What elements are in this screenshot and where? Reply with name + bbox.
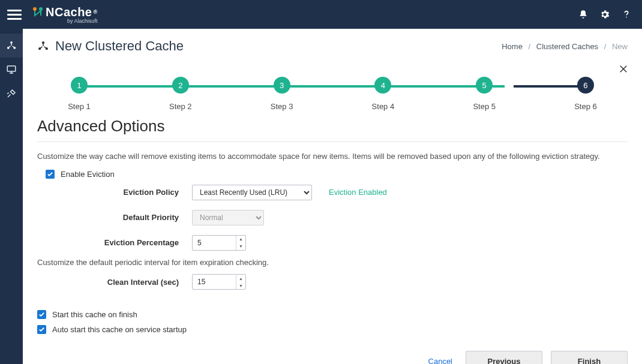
- svg-point-3: [10, 41, 13, 44]
- eviction-description: Customize the way cache will remove exis…: [37, 151, 628, 163]
- sidebar: [0, 29, 23, 364]
- section-title: Advanced Options: [37, 117, 628, 136]
- auto-start-checkbox[interactable]: [37, 325, 46, 334]
- help-icon[interactable]: [618, 6, 635, 23]
- wizard-footer: Cancel Previous Finish: [37, 340, 628, 364]
- sidebar-item-tools[interactable]: [0, 82, 23, 106]
- eviction-policy-select[interactable]: Least Recently Used (LRU): [192, 185, 312, 200]
- breadcrumb-current: New: [612, 42, 628, 51]
- svg-rect-6: [7, 66, 16, 71]
- sidebar-item-caches[interactable]: [0, 34, 23, 58]
- divider: [37, 142, 628, 142]
- notifications-icon[interactable]: [575, 6, 592, 23]
- page-title: New Clustered Cache: [37, 38, 184, 54]
- breadcrumb-home[interactable]: Home: [502, 42, 523, 51]
- cluster-icon: [37, 40, 49, 52]
- step-3[interactable]: 3Step 3: [264, 77, 300, 111]
- enable-eviction-checkbox[interactable]: [46, 170, 55, 179]
- eviction-policy-label: Eviction Policy: [61, 188, 181, 197]
- step-1[interactable]: 1Step 1: [61, 77, 97, 111]
- breadcrumb: Home / Clustered Caches / New: [502, 42, 628, 51]
- topbar: NCache ® by Alachisoft: [0, 0, 642, 29]
- step-4[interactable]: 4Step 4: [365, 77, 401, 111]
- registered-mark: ®: [93, 9, 97, 15]
- enable-eviction-label: Enable Eviction: [61, 170, 115, 179]
- previous-button[interactable]: Previous: [466, 351, 542, 364]
- enable-eviction-row: Enable Eviction: [46, 170, 628, 179]
- cancel-link[interactable]: Cancel: [428, 357, 452, 365]
- eviction-percentage-spinner[interactable]: ▲▼: [236, 236, 245, 250]
- svg-point-2: [626, 17, 627, 18]
- step-5[interactable]: 5Step 5: [466, 77, 502, 111]
- close-button[interactable]: [618, 64, 629, 77]
- auto-start-row: Auto start this cache on service startup: [37, 325, 628, 334]
- settings-icon[interactable]: [596, 6, 613, 23]
- brand-name: NCache: [46, 5, 92, 19]
- eviction-status-text: Eviction Enabled: [329, 188, 628, 197]
- eviction-percentage-label: Eviction Percentage: [61, 238, 181, 247]
- wizard-stepper: 1Step 1 2Step 2 3Step 3 4Step 4 5Step 5 …: [61, 77, 604, 111]
- clean-interval-spinner[interactable]: ▲▼: [236, 275, 245, 289]
- page-title-text: New Clustered Cache: [55, 38, 184, 54]
- clean-interval-label: Clean Interval (sec): [61, 278, 181, 287]
- menu-toggle-button[interactable]: [7, 7, 22, 22]
- auto-start-label: Auto start this cache on service startup: [52, 325, 187, 334]
- brand-byline: by Alachisoft: [32, 18, 98, 24]
- breadcrumb-clustered[interactable]: Clustered Caches: [536, 42, 598, 51]
- default-priority-select[interactable]: Normal: [192, 210, 264, 225]
- start-on-finish-checkbox[interactable]: [37, 310, 46, 319]
- svg-point-7: [42, 41, 44, 44]
- clean-interval-description: Customize the default periodic interval …: [37, 257, 628, 269]
- sidebar-item-monitor[interactable]: [0, 58, 23, 82]
- start-on-finish-row: Start this cache on finish: [37, 310, 628, 319]
- default-priority-label: Default Priority: [61, 213, 181, 222]
- start-on-finish-label: Start this cache on finish: [52, 310, 137, 319]
- step-6[interactable]: 6Step 6: [568, 77, 604, 111]
- step-2[interactable]: 2Step 2: [163, 77, 199, 111]
- svg-point-0: [33, 7, 37, 11]
- logo-icon: [32, 7, 43, 17]
- main-content: New Clustered Cache Home / Clustered Cac…: [23, 29, 642, 364]
- finish-button[interactable]: Finish: [551, 351, 628, 364]
- brand-logo: NCache ® by Alachisoft: [32, 5, 98, 24]
